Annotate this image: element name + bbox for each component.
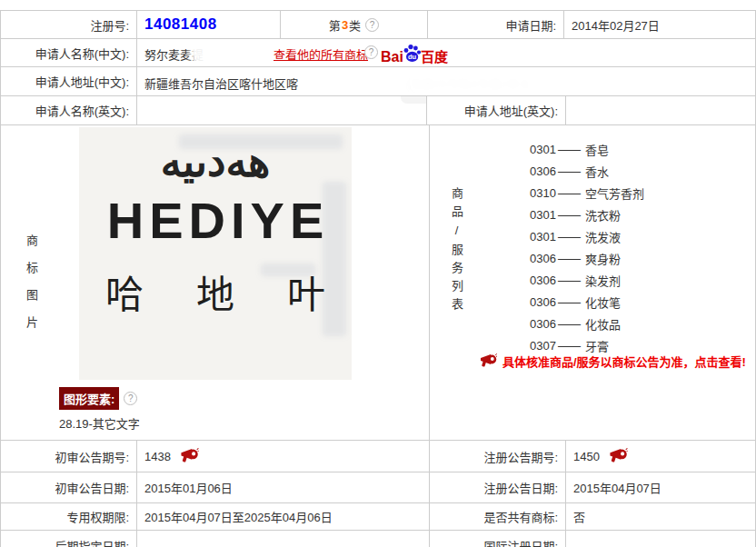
goods-name: 香皂 [585,141,609,158]
reg-announcement-no-cell: 1450 [566,441,755,472]
row-trademark-goods: 商标图片 ھەدىيە HEDIYE 哈地叶 图形要素: ? 28.19-其它文… [1,125,755,441]
link-help-icon[interactable]: ? [364,45,378,59]
trademark-table: 注册号: 14081408 第3类 ? 申请日期: 2014年02月27日 申请… [0,10,756,547]
goods-services-vertical-label: 商品/服务列表 [448,187,465,316]
goods-code: 0306 [530,252,558,265]
reg-announcement-date: 2015年04月07日 [566,472,755,502]
reg-no-cell: 14081408 [137,11,281,38]
goods-item: 0301——香皂 [530,138,644,160]
goods-item: 0306——化妆品 [530,313,644,334]
reg-announcement-no-label: 注册公告期号: [430,441,566,472]
prelim-announcement-no-label: 初审公告期号: [1,441,137,472]
prelim-announcement-date-label: 初审公告日期: [1,472,137,502]
goods-code: 0306 [530,317,558,331]
goods-name: 化妆笔 [585,293,621,311]
megaphone-icon[interactable] [609,448,628,465]
figurative-help-icon[interactable]: ? [124,392,137,405]
baidu-cn-text: 百度 [421,50,448,65]
figurative-element-value: 28.19-其它文字 [59,414,140,432]
goods-dash: —— [558,230,580,244]
exclusive-period-label: 专用权期限: [1,503,137,530]
intl-registration-date [566,531,755,547]
goods-code: 0306 [530,164,558,178]
goods-dash: —— [558,252,580,265]
goods-name: 牙膏 [585,337,609,354]
baidu-logo[interactable]: Bai du 百度 [381,44,448,65]
megaphone-icon[interactable] [180,448,199,465]
trademark-detail-page: 注册号: 14081408 第3类 ? 申请日期: 2014年02月27日 申请… [0,0,756,547]
class-help-icon[interactable]: ? [365,18,379,32]
reg-announcement-date-label: 注册公告日期: [430,472,566,502]
later-designation-date [137,531,430,547]
applicant-name-en-label: 申请人名称(英文): [1,96,137,124]
scan-bleedthrough [261,264,315,276]
row-announcement-date: 初审公告日期: 2015年01月06日 注册公告日期: 2015年04月07日 [1,472,755,503]
class-suffix: 类 [349,16,361,34]
baidu-paw-icon: du [403,44,422,66]
applicant-name-en-value [137,96,427,124]
intl-registration-date-label: 国际注册日期: [430,531,566,547]
applicant-addr-en-value [566,96,755,124]
trademark-image: ھەدىيە HEDIYE 哈地叶 [79,127,352,380]
applicant-addr-cn-label: 申请人地址(中文): [1,67,137,95]
apply-date-label: 申请日期: [428,11,564,38]
goods-name: 香水 [585,163,609,180]
scan-bleedthrough [323,182,346,336]
goods-list: 0301——香皂 0306——香水 0310——空气芳香剂 0301——洗衣粉 … [530,138,644,356]
prelim-announcement-no: 1438 [144,450,171,463]
privacy-blur [546,71,646,91]
goods-code: 0306 [530,295,558,309]
baidu-bai-text: Bai [381,50,403,65]
goods-code: 0301 [530,143,558,156]
applicant-addr-en-label: 申请人地址(英文): [427,96,566,124]
goods-item: 0306——爽身粉 [530,247,644,269]
megaphone-icon [480,353,497,370]
goods-dash: —— [558,208,580,222]
later-designation-date-label: 后期指定日期: [1,531,137,547]
goods-dash: —— [558,274,580,287]
scan-bleedthrough [179,134,343,149]
goods-dash: —— [558,143,580,156]
row-later-designation: 后期指定日期: 国际注册日期: [1,531,755,547]
goods-dash: —— [558,164,580,178]
svg-text:du: du [408,53,417,61]
goods-code: 0306 [530,274,558,287]
goods-name: 化妆品 [585,315,621,333]
applicant-name-cn-cell: 努尔麦麦提 查看他的所有商标 ? Bai du [137,39,755,66]
goods-item: 0301——洗发液 [530,225,644,247]
row-applicant-addr-cn: 申请人地址(中文): 新疆维吾尔自治区喀什地区喀 场路05号院4号楼2单元 [1,67,755,96]
goods-code: 0310 [530,186,558,200]
privacy-blur [410,69,555,93]
class-prefix: 第 [329,16,341,34]
shared-trademark-label: 是否共有商标: [430,503,566,530]
trademark-image-cell: 商标图片 ھەدىيە HEDIYE 哈地叶 图形要素: ? 28.19-其它文… [1,125,430,440]
reg-no-value: 14081408 [144,15,217,34]
goods-name: 洗衣粉 [585,206,621,224]
trademark-image-vertical-label: 商标图片 [23,234,40,343]
goods-code: 0301 [530,208,558,222]
apply-date-value: 2014年02月27日 [564,11,755,38]
approved-goods-notice-link[interactable]: 具体核准商品/服务以商标公告为准，点击查看! [480,353,746,370]
exclusive-period: 2015年04月07日至2025年04月06日 [137,503,430,530]
shared-trademark-value: 否 [566,503,755,530]
class-number: 3 [341,18,349,32]
goods-item: 0306——化妆笔 [530,291,644,313]
row-applicant-name-cn: 申请人名称(中文): 努尔麦麦提 查看他的所有商标 ? Bai [1,39,755,67]
goods-name: 空气芳香剂 [585,184,644,202]
goods-name: 染发剂 [585,272,621,289]
reg-no-label: 注册号: [1,11,137,38]
figurative-element-row: 图形要素: ? [59,387,137,410]
view-all-trademarks-link[interactable]: 查看他的所有商标 [274,45,368,63]
goods-dash: —— [558,186,580,200]
goods-item: 0301——洗衣粉 [530,204,644,225]
goods-name: 爽身粉 [585,250,621,267]
privacy-blur [194,42,274,63]
goods-name: 洗发液 [585,228,621,245]
applicant-addr-cn-cell: 新疆维吾尔自治区喀什地区喀 场路05号院4号楼2单元 [137,67,755,95]
goods-code: 0307 [530,339,558,353]
row-registration: 注册号: 14081408 第3类 ? 申请日期: 2014年02月27日 [1,11,755,39]
goods-dash: —— [558,339,580,353]
prelim-announcement-no-cell: 1438 [137,441,430,472]
goods-code: 0301 [530,230,558,244]
goods-item: 0306——染发剂 [530,269,644,291]
